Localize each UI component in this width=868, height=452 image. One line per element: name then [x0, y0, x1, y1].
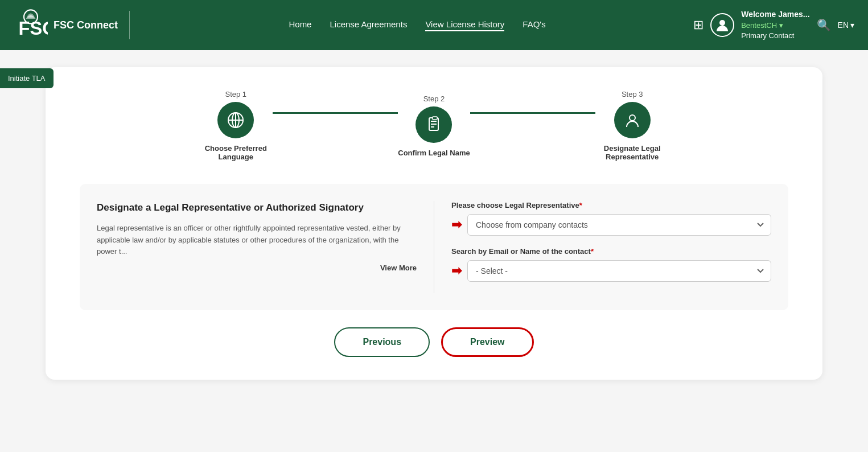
arrow-indicator-2: ➡: [451, 264, 462, 278]
user-avatar[interactable]: [710, 13, 734, 37]
nav-license-agreements[interactable]: License Agreements: [330, 19, 407, 31]
step-3-icon: [614, 102, 651, 138]
step-3: Step 3 Designate Legal Representative: [595, 90, 669, 161]
content-left: Designate a Legal Representative or Auth…: [97, 201, 434, 293]
nav-home[interactable]: Home: [289, 19, 311, 31]
svg-rect-11: [433, 117, 437, 120]
nav-view-license-history[interactable]: View License History: [425, 19, 504, 31]
previous-button[interactable]: Previous: [334, 327, 430, 357]
legal-rep-select[interactable]: Choose from company contacts: [467, 214, 771, 236]
wizard-card: Step 1 Choose Preferred Language Step 2: [46, 67, 822, 380]
step-2-label: Confirm Legal Name: [398, 149, 470, 157]
legal-rep-row: ➡ Choose from company contacts: [451, 214, 771, 236]
content-right: Please choose Legal Representative* ➡ Ch…: [434, 201, 771, 293]
user-role: Primary Contact: [741, 31, 809, 41]
step-3-label: Designate Legal Representative: [595, 144, 669, 161]
stepper: Step 1 Choose Preferred Language Step 2: [80, 90, 788, 161]
header: FSC FSC Connect Home License Agreements …: [0, 0, 868, 50]
step-connector-1: [273, 112, 398, 114]
header-right: ⊞ Welcome James... BentestCH ▾ Primary C…: [693, 9, 854, 41]
search-contact-group: Search by Email or Name of the contact* …: [451, 247, 771, 282]
user-company[interactable]: BentestCH ▾: [741, 20, 809, 31]
content-area: Designate a Legal Representative or Auth…: [80, 184, 788, 310]
step-2: Step 2 Confirm Legal Name: [398, 94, 470, 157]
step-connector-2: [470, 112, 595, 114]
button-row: Previous Preview: [80, 327, 788, 357]
language-selector[interactable]: EN ▾: [838, 20, 854, 30]
section-description: Legal representative is an officer or ot…: [97, 223, 417, 258]
svg-text:FSC: FSC: [19, 18, 48, 39]
step-2-icon: [416, 106, 452, 143]
legal-rep-group: Please choose Legal Representative* ➡ Ch…: [451, 201, 771, 236]
preview-button[interactable]: Preview: [441, 327, 533, 357]
apps-icon[interactable]: ⊞: [693, 18, 704, 32]
user-info: Welcome James... BentestCH ▾ Primary Con…: [741, 9, 809, 41]
search-contact-label: Search by Email or Name of the contact*: [451, 247, 771, 256]
logo-text: FSC Connect: [54, 19, 118, 31]
main-nav: Home License Agreements View License His…: [141, 19, 693, 31]
step-1: Step 1 Choose Preferred Language: [199, 90, 273, 161]
legal-rep-label: Please choose Legal Representative*: [451, 201, 771, 209]
logo[interactable]: FSC FSC Connect: [14, 8, 118, 42]
svg-point-12: [630, 115, 635, 121]
main-content: Step 1 Choose Preferred Language Step 2: [0, 50, 868, 397]
search-icon[interactable]: 🔍: [817, 18, 831, 32]
search-contact-row: ➡ - Select -: [451, 260, 771, 282]
step-1-label: Choose Preferred Language: [199, 144, 273, 161]
search-contact-select[interactable]: - Select -: [467, 260, 771, 282]
step-1-icon: [217, 102, 254, 138]
sidebar-tab-initiate-tla[interactable]: Initiate TLA: [0, 68, 54, 88]
section-title: Designate a Legal Representative or Auth…: [97, 201, 417, 215]
step-1-number: Step 1: [225, 90, 246, 98]
user-name: Welcome James...: [741, 9, 809, 20]
step-2-number: Step 2: [423, 94, 445, 103]
header-divider: [129, 11, 130, 39]
step-3-number: Step 3: [622, 90, 643, 98]
nav-faqs[interactable]: FAQ's: [523, 19, 545, 31]
view-more-link[interactable]: View More: [97, 264, 417, 272]
arrow-indicator-1: ➡: [451, 217, 462, 232]
svg-point-2: [719, 20, 725, 26]
